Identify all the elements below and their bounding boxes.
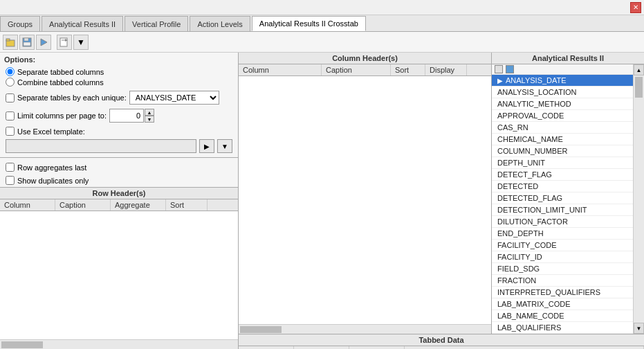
ar-check-icon [495, 65, 503, 73]
save-button[interactable] [19, 35, 35, 50]
svg-rect-4 [24, 42, 30, 46]
ar-item-label: COLUMN_NUMBER [497, 147, 567, 155]
show-duplicates-label: Show duplicates only [17, 177, 89, 185]
ar-list-item[interactable]: LAB_QUALIFIERS [492, 322, 633, 334]
tabbed-data-title: Tabbed Data [239, 334, 644, 346]
close-button[interactable]: ✕ [630, 2, 641, 13]
tab-action-levels[interactable]: Action Levels [190, 16, 250, 31]
column-headers-h-scrollbar[interactable] [239, 324, 491, 334]
toolbar: ▼ [0, 32, 644, 53]
ar-list-item[interactable]: ▶ANALYSIS_DATE [492, 75, 633, 87]
radio-separate-input[interactable] [6, 67, 15, 76]
ar-list-item[interactable]: DEPTH_UNIT [492, 157, 633, 169]
limit-columns-checkbox[interactable] [6, 111, 15, 120]
left-panel: Options: Separate tabbed columns Combine… [0, 53, 239, 349]
tabs-bar: Groups Analytical Results II Vertical Pr… [0, 15, 644, 32]
ar-item-label: END_DEPTH [497, 229, 544, 238]
ar-list-wrapper: ▶ANALYSIS_DATEANALYSIS_LOCATIONANALYTIC_… [492, 64, 644, 334]
spin-down[interactable]: ▼ [145, 116, 154, 123]
run-button[interactable] [36, 35, 51, 50]
ch-col-display: Display [425, 64, 467, 75]
ar-scroll-up[interactable]: ▲ [634, 64, 644, 75]
ar-list-item[interactable]: DETECTED_FLAG [492, 193, 633, 204]
ar-list-item[interactable]: DETECTED [492, 181, 633, 193]
right-side: Column Header(s) Column Caption Sort Dis… [239, 53, 644, 349]
limit-columns-label: Limit columns per page to: [17, 111, 107, 120]
options-label: Options: [0, 53, 238, 65]
tab-vertical-profile[interactable]: Vertical Profile [125, 16, 188, 31]
rh-col-column: Column [0, 199, 55, 211]
ar-list-item[interactable]: FIELD_SDG [492, 263, 633, 275]
ar-item-label: ANALYSIS_LOCATION [497, 88, 577, 96]
ar-list[interactable]: ▶ANALYSIS_DATEANALYSIS_LOCATIONANALYTIC_… [492, 64, 633, 334]
ar-item-label: FACILITY_ID [497, 253, 542, 261]
ar-grid-icon [506, 65, 514, 73]
export-button[interactable] [57, 35, 72, 50]
ar-list-item[interactable]: APPROVAL_CODE [492, 110, 633, 122]
td-col-caption: Caption [294, 346, 349, 349]
row-headers-scroll-thumb [1, 341, 43, 348]
tab-analytical-results-ii-crosstab[interactable]: Analytical Results II Crosstab [252, 16, 366, 31]
analytical-panel: Analytical Results II ▶ANALYSIS_DATEANAL… [492, 53, 644, 334]
ar-item-label: ANALYSIS_DATE [506, 76, 567, 84]
dropdown-arrow[interactable]: ▼ [73, 35, 89, 50]
excel-template-label: Use Excel template: [17, 127, 85, 136]
rh-col-aggregate: Aggregate [111, 199, 166, 211]
ar-list-item[interactable]: ANALYTIC_METHOD [492, 98, 633, 110]
template-path-input[interactable] [6, 139, 196, 153]
separate-tables-checkbox[interactable] [6, 93, 15, 102]
radio-combine[interactable]: Combine tabbed columns [6, 77, 232, 87]
ar-list-item[interactable]: INTERPRETED_QUALIFIERS [492, 287, 633, 298]
tabbed-data-grid: Tabbed Data Column Caption Aggregate Ref… [239, 334, 644, 349]
radio-combine-label: Combine tabbed columns [17, 78, 104, 87]
ar-list-item[interactable]: DILUTION_FACTOR [492, 216, 633, 228]
ar-list-item[interactable]: DETECT_FLAG [492, 169, 633, 181]
ar-list-item[interactable]: CHEMICAL_NAME [492, 134, 633, 145]
ar-item-label: INTERPRETED_QUALIFIERS [497, 288, 600, 296]
tabbed-data-col-headers: Column Caption Aggregate Referenced Aggr… [239, 346, 644, 349]
svg-marker-5 [41, 39, 47, 46]
ar-item-label: FACILITY_CODE [497, 241, 557, 249]
ar-item-label: LAB_MATRIX_CODE [497, 300, 571, 308]
title-bar: ✕ [0, 0, 644, 15]
ar-list-item[interactable]: COLUMN_NUMBER [492, 145, 633, 157]
template-clear-btn[interactable]: ▼ [217, 139, 232, 153]
ar-list-item[interactable]: FRACTION [492, 275, 633, 287]
analysis-date-combo[interactable]: ANALYSIS_DATE [129, 91, 219, 105]
radio-separate[interactable]: Separate tabbed columns [6, 66, 232, 77]
ar-list-item[interactable]: FACILITY_ID [492, 251, 633, 263]
ar-list-item[interactable]: END_DEPTH [492, 228, 633, 240]
ar-item-label: LAB_NAME_CODE [497, 312, 564, 320]
ar-list-item[interactable]: LAB_NAME_CODE [492, 310, 633, 322]
excel-template-checkbox[interactable] [6, 127, 15, 136]
ar-item-label: DETECTION_LIMIT_UNIT [497, 206, 587, 214]
spin-up[interactable]: ▲ [145, 109, 154, 116]
ar-item-label: ANALYTIC_METHOD [497, 100, 571, 108]
open-button[interactable] [3, 35, 18, 50]
ar-list-item[interactable]: DETECTION_LIMIT_UNIT [492, 204, 633, 216]
ar-scrollbar[interactable]: ▲ ▼ [633, 64, 644, 334]
ar-list-item[interactable]: CAS_RN [492, 122, 633, 134]
column-headers-grid-body [239, 76, 491, 324]
limit-columns-input[interactable] [109, 109, 144, 123]
radio-combine-input[interactable] [6, 78, 15, 87]
ar-item-label: LAB_QUALIFIERS [497, 323, 561, 332]
ar-item-arrow: ▶ [497, 77, 503, 84]
ar-item-label: CAS_RN [497, 123, 528, 132]
show-duplicates-checkbox[interactable] [6, 176, 15, 185]
row-aggregates-checkbox[interactable] [6, 163, 15, 172]
ar-list-item[interactable]: FACILITY_CODE [492, 240, 633, 251]
analytical-panel-title: Analytical Results II [492, 53, 644, 64]
column-headers-scroll-thumb [240, 326, 282, 333]
svg-rect-3 [24, 38, 28, 41]
tab-groups[interactable]: Groups [0, 16, 40, 31]
ar-scroll-down[interactable]: ▼ [634, 323, 644, 334]
ar-item-label: FRACTION [497, 276, 536, 285]
column-headers-title: Column Header(s) [239, 53, 491, 64]
ar-list-item[interactable]: ANALYSIS_LOCATION [492, 87, 633, 98]
tab-analytical-results-ii[interactable]: Analytical Results II [42, 16, 123, 31]
ar-list-item[interactable]: LAB_MATRIX_CODE [492, 298, 633, 310]
row-headers-h-scrollbar[interactable] [0, 339, 238, 349]
template-browse-btn[interactable]: ▶ [199, 139, 214, 153]
bottom-area: Tabbed Data Column Caption Aggregate Ref… [239, 334, 644, 349]
